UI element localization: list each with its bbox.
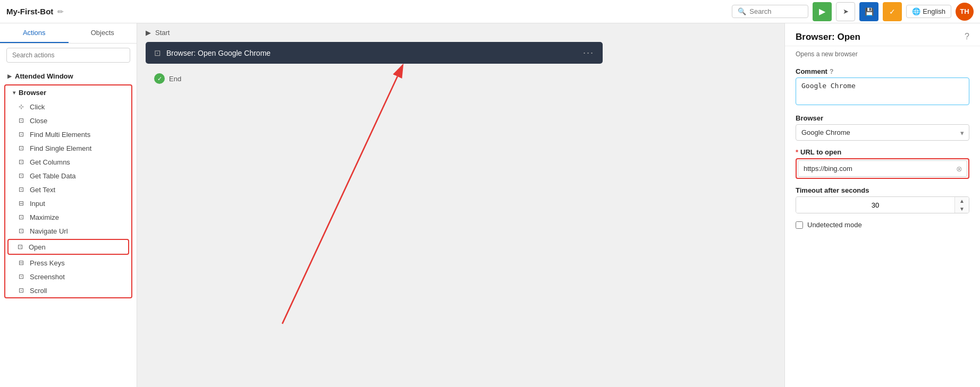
flow-block-menu-icon[interactable]: ···	[583, 47, 594, 58]
item-label-get-text: Get Text	[30, 186, 55, 194]
undetected-mode-checkbox[interactable]	[796, 221, 803, 229]
edit-icon[interactable]: ✏	[57, 7, 64, 16]
avatar[interactable]: TH	[956, 3, 974, 21]
field-browser: Browser Google Chrome Firefox Edge	[796, 114, 969, 141]
sidebar-item-get-table[interactable]: ⊡ Get Table Data	[5, 169, 131, 183]
sidebar-item-maximize[interactable]: ⊡ Maximize	[5, 210, 131, 224]
item-label-find-multi: Find Multi Elements	[30, 131, 90, 139]
language-label: English	[923, 7, 945, 15]
get-columns-icon: ⊡	[17, 158, 26, 166]
field-undetected-mode: Undetected mode	[796, 221, 969, 229]
browser-select-wrapper: Google Chrome Firefox Edge	[796, 124, 969, 141]
required-marker: *	[796, 148, 798, 156]
sidebar-item-find-single[interactable]: ⊡ Find Single Element	[5, 141, 131, 155]
sidebar-item-press-keys[interactable]: ⊟ Press Keys	[5, 256, 131, 270]
tab-objects[interactable]: Objects	[69, 23, 137, 43]
right-panel: Browser: Open ? Opens a new browser Comm…	[784, 23, 980, 387]
search-icon: 🔍	[738, 7, 746, 15]
timeout-wrapper: ▲ ▼	[796, 196, 969, 213]
timeout-arrows: ▲ ▼	[954, 197, 969, 213]
sidebar-item-get-text[interactable]: ⊡ Get Text	[5, 183, 131, 196]
item-label-screenshot: Screenshot	[30, 273, 65, 281]
confirm-icon: ✓	[889, 7, 895, 16]
url-input[interactable]	[798, 161, 952, 176]
sidebar-item-find-multi[interactable]: ⊡ Find Multi Elements	[5, 127, 131, 141]
app-title: My-First-Bot	[6, 7, 53, 16]
browser-select[interactable]: Google Chrome Firefox Edge	[796, 124, 969, 141]
timeout-decrement-button[interactable]: ▼	[955, 205, 969, 213]
get-text-icon: ⊡	[17, 185, 26, 194]
find-single-icon: ⊡	[17, 144, 26, 152]
scroll-icon: ⊡	[17, 286, 26, 295]
url-field-wrapper: ⊗	[796, 158, 969, 179]
panel-header: Browser: Open ?	[785, 23, 980, 46]
flow-block-browser-open[interactable]: ⊡ Browser: Open Google Chrome ···	[146, 42, 603, 64]
expand-arrow-attended-window: ▶	[7, 73, 12, 79]
group-label-browser: Browser	[19, 89, 46, 97]
confirm-button[interactable]: ✓	[883, 2, 902, 21]
field-url: * URL to open ⊗	[796, 148, 969, 179]
comment-input[interactable]: Google Chrome	[796, 78, 969, 105]
sidebar-item-open[interactable]: ⊡ Open	[9, 240, 128, 254]
flow-block-title: Browser: Open Google Chrome	[166, 49, 578, 57]
globe-icon: 🌐	[912, 7, 920, 15]
sidebar-item-click[interactable]: ⊹ Click	[5, 100, 131, 114]
sidebar-content: ▶ Attended Window ▾ Browser ⊹ Click	[0, 67, 137, 387]
url-field-inner: ⊗	[798, 160, 967, 177]
maximize-icon: ⊡	[17, 213, 26, 221]
play-button[interactable]: ▶	[813, 2, 832, 21]
sidebar-item-input[interactable]: ⊟ Input	[5, 196, 131, 210]
timeout-label: Timeout after seconds	[796, 186, 969, 194]
item-label-get-columns: Get Columns	[30, 158, 70, 166]
item-label-input: Input	[30, 200, 45, 208]
field-comment: Comment ? Google Chrome	[796, 67, 969, 107]
panel-help-icon[interactable]: ?	[965, 32, 969, 41]
flow-check-end: ✓ End	[154, 69, 181, 88]
item-label-find-single: Find Single Element	[30, 144, 91, 152]
language-selector[interactable]: 🌐 English	[906, 5, 951, 18]
send-icon: ➤	[843, 7, 849, 15]
group-browser: ▾ Browser ⊹ Click ⊡ Close ⊡ Find Multi	[0, 84, 137, 298]
item-label-scroll: Scroll	[30, 287, 47, 295]
undetected-mode-label: Undetected mode	[807, 221, 862, 229]
field-timeout: Timeout after seconds ▲ ▼	[796, 186, 969, 213]
item-label-open: Open	[29, 243, 46, 251]
url-clear-icon[interactable]: ⊗	[952, 165, 967, 173]
expand-arrow-browser: ▾	[13, 90, 15, 96]
navigate-icon: ⊡	[17, 227, 26, 235]
input-icon: ⊟	[17, 199, 26, 208]
sidebar-item-scroll[interactable]: ⊡ Scroll	[5, 283, 131, 297]
click-icon: ⊹	[17, 102, 26, 111]
sidebar-item-get-columns[interactable]: ⊡ Get Columns	[5, 155, 131, 169]
save-button[interactable]: 💾	[859, 2, 878, 21]
item-label-get-table: Get Table Data	[30, 172, 75, 180]
sidebar-item-screenshot[interactable]: ⊡ Screenshot	[5, 270, 131, 283]
start-label: Start	[155, 29, 170, 37]
panel-description: Opens a new browser	[785, 46, 980, 62]
actions-search-input[interactable]	[6, 48, 130, 63]
item-label-navigate: Navigate Url	[30, 227, 68, 235]
comment-help-icon[interactable]: ?	[830, 68, 833, 75]
app-header: My-First-Bot ✏ 🔍 ▶ ➤ 💾 ✓ 🌐 English TH	[0, 0, 980, 23]
timeout-increment-button[interactable]: ▲	[955, 197, 969, 205]
sidebar-item-open-wrapper[interactable]: ⊡ Open	[7, 239, 129, 255]
search-input[interactable]	[749, 7, 802, 15]
header-right: 🔍 ▶ ➤ 💾 ✓ 🌐 English TH	[732, 2, 974, 21]
group-attended-window: ▶ Attended Window	[0, 69, 137, 83]
group-header-browser[interactable]: ▾ Browser	[5, 85, 131, 100]
sidebar-tabs: Actions Objects	[0, 23, 137, 44]
send-button[interactable]: ➤	[836, 2, 855, 21]
sidebar-item-navigate[interactable]: ⊡ Navigate Url	[5, 224, 131, 238]
search-box[interactable]: 🔍	[732, 5, 808, 18]
sidebar: Actions Objects ▶ Attended Window ▾	[0, 23, 137, 387]
check-label: End	[169, 75, 181, 83]
play-icon: ▶	[819, 6, 825, 16]
timeout-input[interactable]	[796, 197, 954, 213]
group-header-attended-window[interactable]: ▶ Attended Window	[0, 69, 137, 83]
panel-body: Comment ? Google Chrome Browser Google C…	[785, 62, 980, 234]
browser-label: Browser	[796, 114, 969, 122]
sidebar-search-area	[0, 44, 137, 67]
tab-actions[interactable]: Actions	[0, 23, 69, 43]
sidebar-item-close[interactable]: ⊡ Close	[5, 114, 131, 127]
canvas-header: ▶ Start	[137, 23, 784, 42]
